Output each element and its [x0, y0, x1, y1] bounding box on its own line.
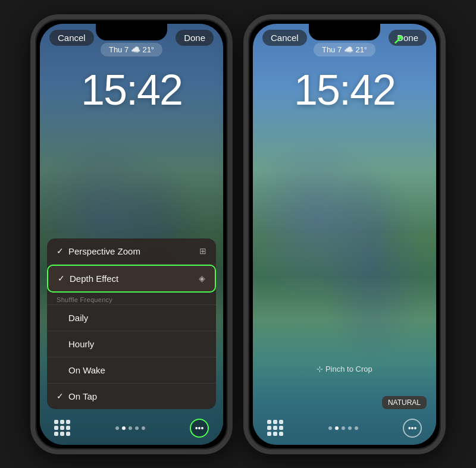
bottom-bar-1: ••• — [40, 419, 223, 438]
cancel-button-2[interactable]: Cancel — [262, 30, 307, 46]
page-dot — [142, 426, 145, 430]
grid-dot — [54, 432, 58, 436]
grid-dot — [54, 420, 58, 424]
grid-dot — [60, 426, 64, 430]
ellipsis-button-1[interactable]: ••• — [190, 419, 209, 438]
ellipsis-button-2[interactable]: ••• — [403, 419, 422, 438]
ellipsis-dots-2: ••• — [408, 423, 417, 433]
page-dot — [135, 426, 139, 430]
grid-dot — [267, 426, 271, 430]
nav-buttons-2: Cancel Done — [253, 30, 436, 46]
grid-dot — [279, 420, 283, 424]
grid-dot — [267, 432, 271, 436]
menu-item-left-hourly: ✓ Hourly — [57, 339, 94, 349]
page-dots-2 — [328, 426, 358, 430]
perspective-zoom-label: Perspective Zoom — [68, 246, 140, 256]
phone-2: Cancel Done ↗ Thu 7 ☁️ 21° 15:42 ⊹ Pinch… — [243, 14, 446, 454]
grid-dot — [273, 432, 277, 436]
shuffle-frequency-section: Shuffle Frequency — [47, 293, 216, 305]
grid-dot — [279, 426, 283, 430]
daily-label: Daily — [68, 313, 88, 323]
page-dot — [328, 426, 332, 430]
menu-item-left-onwake: ✓ On Wake — [57, 365, 105, 375]
grid-dot — [66, 432, 70, 436]
check-ontap: ✓ — [57, 391, 64, 401]
menu-item-depth-effect[interactable]: ✓ Depth Effect ◈ — [47, 265, 216, 293]
grid-dot — [60, 420, 64, 424]
perspective-zoom-icon: ⊞ — [199, 246, 206, 256]
hourly-label: Hourly — [68, 339, 94, 349]
menu-item-perspective-zoom[interactable]: ✓ Perspective Zoom ⊞ — [47, 238, 216, 265]
phone-1: Cancel Done Thu 7 ☁️ 21° 15:42 ✓ Perspec… — [30, 14, 233, 454]
page-dot — [355, 426, 358, 430]
green-arrow-icon: ↗ — [393, 32, 403, 48]
depth-effect-label: Depth Effect — [70, 274, 118, 284]
done-button-1[interactable]: Done — [176, 30, 214, 46]
on-wake-label: On Wake — [68, 365, 105, 375]
phone-frame-1: Cancel Done Thu 7 ☁️ 21° 15:42 ✓ Perspec… — [30, 14, 233, 454]
menu-item-hourly[interactable]: ✓ Hourly — [47, 331, 216, 357]
menu-item-daily[interactable]: ✓ Daily — [47, 305, 216, 331]
grid-icon-1[interactable] — [54, 420, 70, 436]
page-dots-1 — [115, 426, 145, 430]
nav-buttons-1: Cancel Done — [40, 30, 223, 46]
grid-dot — [60, 432, 64, 436]
check-de: ✓ — [58, 274, 65, 283]
time-display-1: 15:42 — [40, 65, 223, 114]
on-tap-label: On Tap — [68, 391, 97, 401]
page-dot — [342, 426, 345, 430]
phone-screen-2: Cancel Done ↗ Thu 7 ☁️ 21° 15:42 ⊹ Pinch… — [253, 24, 436, 445]
page-dot — [348, 426, 352, 430]
grid-dot — [267, 420, 271, 424]
grid-dot — [273, 426, 277, 430]
phone-screen-1: Cancel Done Thu 7 ☁️ 21° 15:42 ✓ Perspec… — [40, 24, 223, 445]
menu-item-left-ontap: ✓ On Tap — [57, 391, 97, 401]
grid-dot — [54, 426, 58, 430]
grid-dot — [279, 432, 283, 436]
menu-item-left-de: ✓ Depth Effect — [58, 274, 118, 284]
pinch-to-crop: ⊹ Pinch to Crop — [253, 365, 436, 373]
menu-item-on-tap[interactable]: ✓ On Tap — [47, 384, 216, 409]
bottom-bar-2: ••• — [253, 419, 436, 438]
cancel-button-1[interactable]: Cancel — [49, 30, 94, 46]
grid-dot — [66, 420, 70, 424]
phone-frame-2: Cancel Done ↗ Thu 7 ☁️ 21° 15:42 ⊹ Pinch… — [243, 14, 446, 454]
page-dot-active — [122, 426, 126, 430]
page-dot — [129, 426, 132, 430]
menu-item-on-wake[interactable]: ✓ On Wake — [47, 357, 216, 384]
page-dot — [115, 426, 119, 430]
dropdown-menu: ✓ Perspective Zoom ⊞ ✓ Depth Effect ◈ Sh… — [47, 238, 216, 409]
menu-item-left-daily: ✓ Daily — [57, 313, 88, 323]
pinch-label: ⊹ Pinch to Crop — [253, 365, 436, 373]
grid-icon-2[interactable] — [267, 420, 283, 436]
depth-effect-icon: ◈ — [199, 274, 205, 283]
menu-item-left-pz: ✓ Perspective Zoom — [57, 246, 140, 256]
page-dot-active — [335, 426, 339, 430]
natural-badge: NATURAL — [382, 396, 427, 409]
check-pz: ✓ — [57, 246, 64, 256]
time-display-2: 15:42 — [253, 65, 436, 114]
grid-dot — [66, 426, 70, 430]
grid-dot — [273, 420, 277, 424]
ellipsis-dots-1: ••• — [195, 423, 204, 433]
